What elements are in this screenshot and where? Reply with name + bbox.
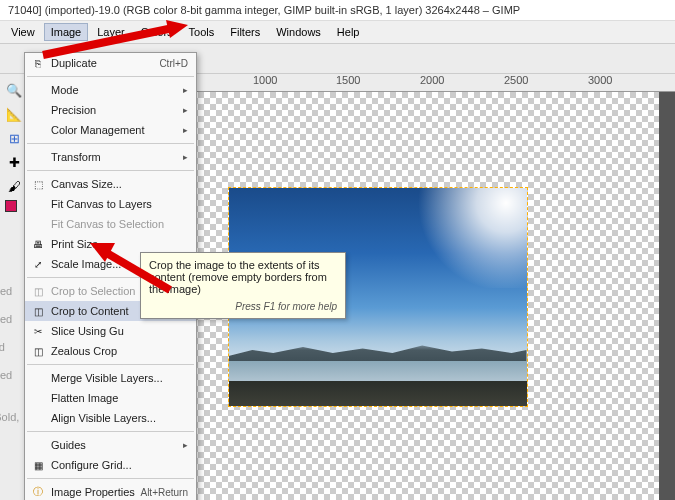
- crop-icon: ◫: [31, 346, 45, 357]
- menu-slice-guides[interactable]: ✂Slice Using Gu: [25, 321, 196, 341]
- menu-merge-visible[interactable]: Merge Visible Layers...: [25, 368, 196, 388]
- measure-icon[interactable]: 📐: [4, 104, 24, 124]
- grid-icon: ▦: [31, 460, 45, 471]
- menu-help[interactable]: Help: [330, 23, 367, 41]
- magnify-icon[interactable]: 🔍: [4, 80, 24, 100]
- menu-duplicate[interactable]: ⎘DuplicateCtrl+D: [25, 53, 196, 73]
- heal-icon[interactable]: ✚: [4, 152, 24, 172]
- slice-icon: ✂: [31, 326, 45, 337]
- menu-color-management[interactable]: Color Management▸: [25, 120, 196, 140]
- submenu-arrow-icon: ▸: [183, 125, 188, 135]
- menu-configure-grid[interactable]: ▦Configure Grid...: [25, 455, 196, 475]
- menu-print-size[interactable]: 🖶Print Size...: [25, 234, 196, 254]
- menu-image[interactable]: Image: [44, 23, 89, 41]
- submenu-arrow-icon: ▸: [183, 440, 188, 450]
- submenu-arrow-icon: ▸: [183, 105, 188, 115]
- info-icon: ⓘ: [31, 485, 45, 499]
- menu-canvas-size[interactable]: ⬚Canvas Size...: [25, 174, 196, 194]
- tooltip-help-hint: Press F1 for more help: [149, 301, 337, 312]
- menu-filters[interactable]: Filters: [223, 23, 267, 41]
- menu-image-properties[interactable]: ⓘImage PropertiesAlt+Return: [25, 482, 196, 500]
- tooltip: Crop the image to the extents of its con…: [140, 252, 346, 319]
- menu-bar: View Image Layer Colors Tools Filters Wi…: [0, 21, 675, 44]
- menu-mode[interactable]: Mode▸: [25, 80, 196, 100]
- crop-icon: ◫: [31, 306, 45, 317]
- crop-icon: ◫: [31, 286, 45, 297]
- canvas-size-icon: ⬚: [31, 179, 45, 190]
- submenu-arrow-icon: ▸: [183, 85, 188, 95]
- print-icon: 🖶: [31, 239, 45, 250]
- menu-view[interactable]: View: [4, 23, 42, 41]
- menu-guides[interactable]: Guides▸: [25, 435, 196, 455]
- menu-windows[interactable]: Windows: [269, 23, 328, 41]
- menu-align-visible[interactable]: Align Visible Layers...: [25, 408, 196, 428]
- menu-colors[interactable]: Colors: [134, 23, 180, 41]
- paint-icon[interactable]: 🖌: [4, 176, 24, 196]
- duplicate-icon: ⎘: [31, 58, 45, 69]
- clone-icon[interactable]: ⊞: [4, 128, 24, 148]
- tooltip-body: Crop the image to the extents of its con…: [149, 259, 337, 295]
- menu-tools[interactable]: Tools: [182, 23, 222, 41]
- submenu-arrow-icon: ▸: [183, 152, 188, 162]
- menu-precision[interactable]: Precision▸: [25, 100, 196, 120]
- menu-layer[interactable]: Layer: [90, 23, 132, 41]
- window-title: 71040] (imported)-19.0 (RGB color 8-bit …: [0, 0, 675, 21]
- menu-zealous-crop[interactable]: ◫Zealous Crop: [25, 341, 196, 361]
- scale-icon: ⤢: [31, 259, 45, 270]
- menu-transform[interactable]: Transform▸: [25, 147, 196, 167]
- swatch-icon[interactable]: [5, 200, 23, 218]
- menu-fit-canvas-layers[interactable]: Fit Canvas to Layers: [25, 194, 196, 214]
- menu-fit-canvas-selection: Fit Canvas to Selection: [25, 214, 196, 234]
- menu-flatten[interactable]: Flatten Image: [25, 388, 196, 408]
